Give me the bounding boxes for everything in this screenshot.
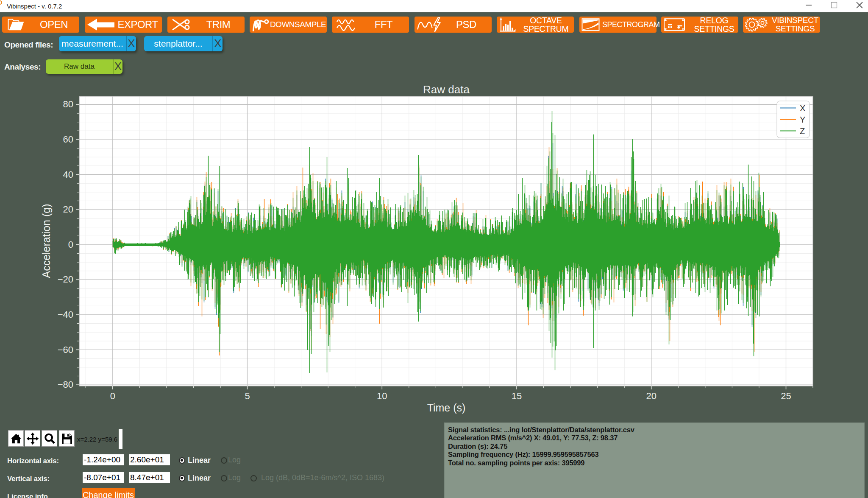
svg-text:40: 40 bbox=[63, 169, 73, 180]
svg-text:Z: Z bbox=[800, 126, 805, 136]
svg-text:5: 5 bbox=[245, 391, 250, 401]
svg-text:Y: Y bbox=[800, 115, 805, 124]
svg-text:80: 80 bbox=[63, 99, 73, 109]
svg-text:−80: −80 bbox=[58, 379, 73, 390]
svg-text:X: X bbox=[800, 104, 805, 113]
svg-text:−40: −40 bbox=[58, 309, 73, 320]
svg-text:−20: −20 bbox=[58, 274, 73, 285]
svg-text:60: 60 bbox=[63, 134, 73, 145]
svg-text:25: 25 bbox=[781, 391, 791, 401]
svg-text:20: 20 bbox=[646, 391, 656, 401]
svg-text:20: 20 bbox=[63, 204, 73, 215]
svg-text:10: 10 bbox=[377, 391, 387, 401]
svg-text:−60: −60 bbox=[58, 344, 73, 355]
svg-text:Raw data: Raw data bbox=[423, 83, 470, 96]
svg-text:0: 0 bbox=[110, 391, 115, 401]
svg-text:Time (s): Time (s) bbox=[427, 402, 466, 414]
svg-text:0: 0 bbox=[68, 239, 73, 250]
svg-text:15: 15 bbox=[512, 391, 522, 401]
svg-text:Acceleration (g): Acceleration (g) bbox=[40, 204, 52, 278]
